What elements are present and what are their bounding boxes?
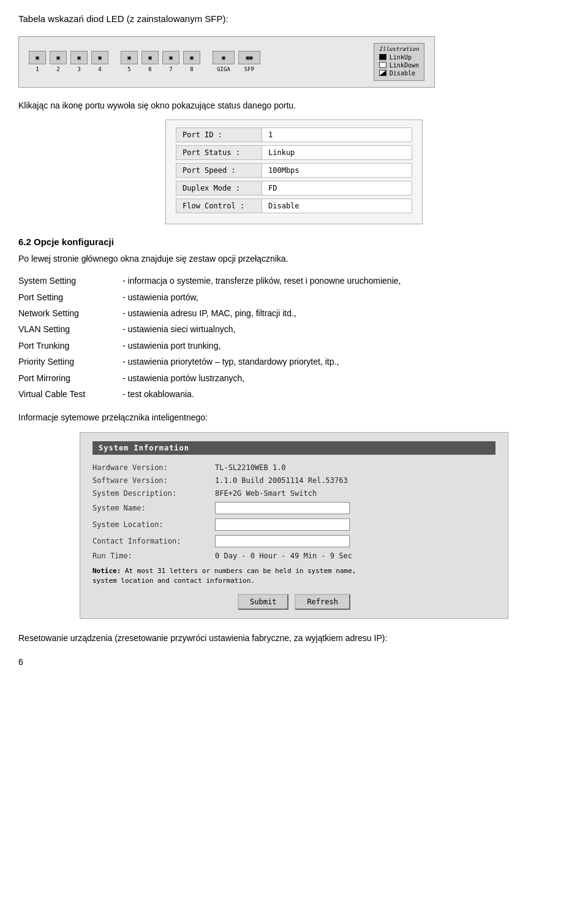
sys-info-buttons: Submit Refresh <box>92 594 496 610</box>
sys-info-row-label: Hardware Version: <box>92 463 215 472</box>
sys-info-input-field[interactable] <box>215 502 350 514</box>
sys-info-row-value: 0 Day - 0 Hour - 49 Min - 9 Sec <box>215 552 352 560</box>
led-port-sfp: ▣▣ <box>238 51 260 64</box>
port-id-value: 1 <box>262 128 412 142</box>
port-id-label: Port ID : <box>176 128 262 142</box>
sys-info-row: Software Version:1.1.0 Build 20051114 Re… <box>92 476 496 485</box>
description-row: VLAN Setting - ustawienia sieci wirtualn… <box>18 321 570 337</box>
sys-info-title: System Information <box>92 441 496 455</box>
click-text: Klikając na ikonę portu wywoła się okno … <box>18 99 570 112</box>
port-status-value: Linkup <box>262 146 412 159</box>
led-ports: ▣ ▣ ▣ ▣ ▣ ▣ ▣ ▣ ▣ ▣▣ <box>29 51 260 64</box>
legend-linkdown-label: LinkDown <box>390 62 419 69</box>
legend-disable-label: Disable <box>390 70 415 77</box>
description-row: Port Trunking - ustawienia port trunking… <box>18 338 570 354</box>
sys-info-notice: Notice: At most 31 letters or numbers ca… <box>92 566 496 587</box>
port-duplex-value: FD <box>262 181 412 195</box>
informacje-text: Informacje sytemowe przełącznika intelig… <box>18 411 570 424</box>
port-info-row-status: Port Status : Linkup <box>176 145 412 160</box>
led-port-2: ▣ <box>50 51 67 64</box>
port-numbers: 1 2 3 4 5 6 7 8 GIGA SFP <box>29 66 260 72</box>
section-subtext: Po lewej stronie głównego okna znajduje … <box>18 252 570 265</box>
description-row: Priority Setting - ustawienia priorytetó… <box>18 354 570 370</box>
port-flow-label: Flow Control : <box>176 199 262 213</box>
desc-def: - ustawienia portów, <box>123 289 570 305</box>
port-flow-value: Disable <box>262 199 412 213</box>
description-row: Port Mirroring - ustawienia portów lustr… <box>18 370 570 386</box>
sys-info-row-value: 1.1.0 Build 20051114 Rel.53763 <box>215 476 348 485</box>
description-table: System Setting - informacja o systemie, … <box>18 273 570 402</box>
sys-info-input-field[interactable] <box>215 518 350 531</box>
sys-info-row: System Description:8FE+2G Web-Smart Swit… <box>92 489 496 498</box>
page-number: 6 <box>18 657 570 667</box>
intro-text: Tabela wskazań diod LED (z zainstalowany… <box>18 12 570 26</box>
legend-linkdown-icon <box>379 62 386 68</box>
sys-info-row: Run Time:0 Day - 0 Hour - 49 Min - 9 Sec <box>92 552 496 560</box>
desc-term: Priority Setting <box>18 354 123 370</box>
description-row: Port Setting - ustawienia portów, <box>18 289 570 305</box>
port-info-box: Port ID : 1 Port Status : Linkup Port Sp… <box>165 120 423 224</box>
submit-button[interactable]: Submit <box>238 594 288 610</box>
led-port-8: ▣ <box>183 51 200 64</box>
led-illustration: ▣ ▣ ▣ ▣ ▣ ▣ ▣ ▣ ▣ ▣▣ 1 2 3 4 5 6 7 8 GIG… <box>18 36 435 88</box>
led-port-6: ▣ <box>141 51 159 64</box>
port-info-row-speed: Port Speed : 100Mbps <box>176 163 412 178</box>
port-info-row-duplex: Duplex Mode : FD <box>176 181 412 196</box>
sys-info-row: System Location: <box>92 518 496 531</box>
sys-info-row-value: TL-SL2210WEB 1.0 <box>215 463 286 472</box>
legend-disable: Disable <box>379 70 419 77</box>
legend-title: Illustration <box>379 46 419 52</box>
led-port-5: ▣ <box>121 51 138 64</box>
led-port-7: ▣ <box>162 51 179 64</box>
sys-info-row-value: 8FE+2G Web-Smart Switch <box>215 489 317 498</box>
sys-info-row: Contact Information: <box>92 535 496 547</box>
port-info-row-id: Port ID : 1 <box>176 127 412 142</box>
section-heading: 6.2 Opcje konfiguracji <box>18 237 570 247</box>
legend-linkup-icon <box>379 54 386 60</box>
desc-def: - ustawienia adresu IP, MAC, ping, filtr… <box>123 305 570 321</box>
desc-def: - ustawienia portów lustrzanych, <box>123 370 570 386</box>
desc-def: - ustawienia priorytetów – typ, standard… <box>123 354 570 370</box>
sys-info-input-field[interactable] <box>215 535 350 547</box>
port-speed-label: Port Speed : <box>176 164 262 177</box>
sys-info-row-label: Contact Information: <box>92 537 215 545</box>
port-duplex-label: Duplex Mode : <box>176 181 262 195</box>
desc-def: - ustawienia port trunking, <box>123 338 570 354</box>
led-port-3: ▣ <box>70 51 88 64</box>
sys-info-row-label: System Name: <box>92 504 215 512</box>
desc-term: VLAN Setting <box>18 321 123 337</box>
refresh-button[interactable]: Refresh <box>295 594 350 610</box>
port-status-label: Port Status : <box>176 146 262 159</box>
sys-info-row-label: Run Time: <box>92 552 215 560</box>
desc-term: Network Setting <box>18 305 123 321</box>
desc-term: Port Trunking <box>18 338 123 354</box>
desc-term: Port Mirroring <box>18 370 123 386</box>
description-row: Network Setting - ustawienia adresu IP, … <box>18 305 570 321</box>
description-row: Virtual Cable Test - test okablowania. <box>18 386 570 402</box>
sys-info-row-label: System Location: <box>92 520 215 529</box>
sys-info-row-label: Software Version: <box>92 476 215 485</box>
desc-term: System Setting <box>18 273 123 289</box>
legend-linkdown: LinkDown <box>379 62 419 69</box>
desc-term: Virtual Cable Test <box>18 386 123 402</box>
sys-info-container: System Information Hardware Version:TL-S… <box>80 432 508 619</box>
desc-term: Port Setting <box>18 289 123 305</box>
led-port-giga: ▣ <box>213 51 235 64</box>
sys-info-row: Hardware Version:TL-SL2210WEB 1.0 <box>92 463 496 472</box>
legend-disable-icon <box>379 70 386 76</box>
led-port-1: ▣ <box>29 51 46 64</box>
description-row: System Setting - informacja o systemie, … <box>18 273 570 289</box>
desc-def: - ustawienia sieci wirtualnych, <box>123 321 570 337</box>
bottom-text: Resetowanie urządzenia (zresetowanie prz… <box>18 631 570 645</box>
led-port-4: ▣ <box>91 51 108 64</box>
led-legend: Illustration LinkUp LinkDown Disable <box>374 43 424 81</box>
desc-def: - informacja o systemie, transferze plik… <box>123 273 570 289</box>
port-info-row-flow: Flow Control : Disable <box>176 199 412 213</box>
legend-linkup-label: LinkUp <box>390 54 412 61</box>
desc-def: - test okablowania. <box>123 386 570 402</box>
legend-linkup: LinkUp <box>379 54 419 61</box>
sys-info-row: System Name: <box>92 502 496 514</box>
sys-info-row-label: System Description: <box>92 489 215 498</box>
port-speed-value: 100Mbps <box>262 164 412 177</box>
